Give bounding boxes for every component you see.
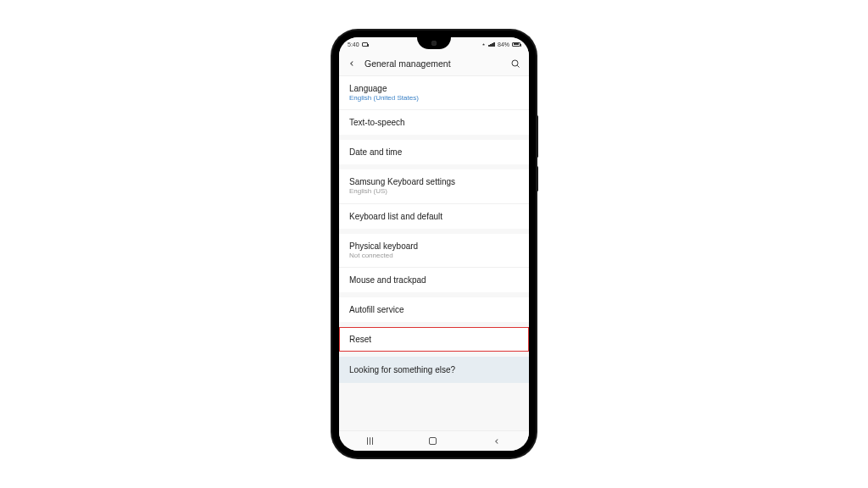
- wifi-icon: ⋆: [481, 41, 486, 48]
- item-label: Mouse and trackpad: [349, 274, 519, 286]
- nav-back-icon[interactable]: [492, 437, 501, 446]
- phone-frame: 5:40 ⋆ 84% General management: [332, 30, 536, 458]
- back-icon[interactable]: [348, 59, 356, 68]
- camera-icon: [362, 42, 368, 47]
- status-time: 5:40: [348, 42, 359, 47]
- settings-group: Samsung Keyboard settings English (US) K…: [339, 169, 529, 228]
- item-label: Text-to-speech: [349, 117, 519, 128]
- nav-bar: [339, 430, 529, 451]
- svg-line-1: [517, 65, 519, 67]
- item-label: Keyboard list and default: [349, 211, 519, 222]
- settings-group: Physical keyboard Not connected Mouse an…: [339, 234, 529, 292]
- power-button: [536, 166, 538, 191]
- nav-recent-icon[interactable]: [367, 437, 374, 445]
- page-title: General management: [364, 58, 502, 69]
- battery-pct: 84%: [498, 42, 509, 47]
- item-label: Reset: [349, 334, 519, 345]
- search-icon[interactable]: [510, 58, 520, 69]
- svg-point-0: [512, 60, 518, 66]
- nav-home-icon[interactable]: [429, 437, 437, 445]
- item-sub: English (US): [349, 187, 519, 196]
- settings-item-autofill[interactable]: Autofill service: [339, 297, 529, 322]
- settings-group: Language English (United States) Text-to…: [339, 76, 529, 135]
- settings-item-language[interactable]: Language English (United States): [339, 76, 529, 109]
- settings-item-mouse-trackpad[interactable]: Mouse and trackpad: [339, 267, 529, 292]
- item-sub: Not connected: [349, 252, 519, 260]
- item-label: Physical keyboard: [349, 241, 519, 252]
- signal-icon: [488, 42, 495, 47]
- settings-group: Date and time: [339, 140, 529, 164]
- item-sub: English (United States): [349, 94, 519, 103]
- item-label: Language: [349, 83, 519, 94]
- volume-button: [536, 115, 538, 158]
- settings-item-tts[interactable]: Text-to-speech: [339, 109, 529, 135]
- settings-list: Language English (United States) Text-to…: [339, 76, 529, 430]
- item-label: Date and time: [349, 147, 519, 158]
- settings-item-datetime[interactable]: Date and time: [339, 140, 529, 164]
- screen: 5:40 ⋆ 84% General management: [339, 37, 529, 451]
- settings-item-samsung-keyboard[interactable]: Samsung Keyboard settings English (US): [339, 169, 529, 202]
- item-label: Autofill service: [349, 304, 519, 315]
- item-label: Samsung Keyboard settings: [349, 176, 519, 187]
- footer-prompt[interactable]: Looking for something else?: [339, 357, 529, 383]
- battery-icon: [512, 42, 520, 47]
- settings-item-reset[interactable]: Reset: [339, 327, 529, 352]
- settings-group: Reset: [339, 327, 529, 352]
- settings-item-physical-keyboard[interactable]: Physical keyboard Not connected: [339, 234, 529, 267]
- settings-group: Autofill service: [339, 297, 529, 322]
- settings-item-keyboard-list[interactable]: Keyboard list and default: [339, 203, 529, 229]
- app-header: General management: [339, 51, 529, 76]
